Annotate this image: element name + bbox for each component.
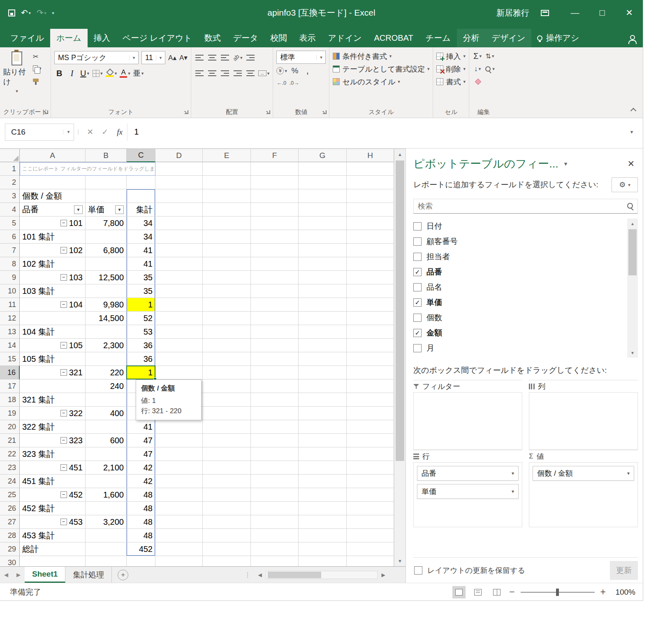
align-bottom-button[interactable]: [220, 52, 230, 63]
cell-C21[interactable]: 47: [127, 434, 155, 447]
cell-C29[interactable]: 452: [127, 542, 155, 556]
align-center-button[interactable]: [207, 67, 217, 79]
cell-D1[interactable]: [155, 162, 203, 176]
cell-B12[interactable]: 14,500: [86, 312, 127, 325]
clear-button[interactable]: [473, 76, 482, 88]
align-middle-button[interactable]: [207, 52, 217, 63]
wrap-text-button[interactable]: [246, 52, 255, 63]
field-checkbox[interactable]: [413, 314, 422, 322]
fill-color-button[interactable]: ▾: [106, 67, 117, 79]
cell-A16[interactable]: −321: [20, 366, 86, 379]
collapse-outline-icon[interactable]: −: [60, 220, 67, 226]
cell-D25[interactable]: [155, 488, 203, 502]
filter-dropdown-icon[interactable]: ▼: [74, 205, 83, 214]
name-box[interactable]: C16 ▾: [5, 123, 74, 141]
collapse-ribbon-button[interactable]: [630, 108, 636, 114]
cell-F11[interactable]: [251, 298, 299, 312]
minimize-button[interactable]: —: [561, 0, 589, 26]
cell-A26[interactable]: 452 集計: [20, 502, 86, 515]
cell-B29[interactable]: [86, 542, 127, 556]
cell-H9[interactable]: [347, 271, 394, 284]
cell-H20[interactable]: [347, 420, 394, 434]
cell-B18[interactable]: [86, 393, 127, 407]
cell-B8[interactable]: [86, 257, 127, 271]
page-layout-view-button[interactable]: [471, 586, 484, 598]
percent-style-button[interactable]: %: [290, 65, 300, 77]
cell-C6[interactable]: 34: [127, 230, 155, 244]
cell-E10[interactable]: [203, 284, 251, 298]
cell-H6[interactable]: [347, 230, 394, 244]
ribbon-tab-分析[interactable]: 分析: [457, 29, 486, 47]
cell-E27[interactable]: [203, 515, 251, 529]
cell-E29[interactable]: [203, 542, 251, 556]
cell-B27[interactable]: 3,200: [86, 515, 127, 529]
cell-E30[interactable]: [203, 556, 251, 566]
zoom-out-button[interactable]: −: [509, 586, 514, 598]
decrease-decimal-button[interactable]: .0→: [289, 77, 299, 88]
cell-H22[interactable]: [347, 447, 394, 461]
insert-function-button[interactable]: fx: [112, 123, 127, 141]
cell-F19[interactable]: [251, 407, 299, 420]
field-item-金額[interactable]: ✓金額: [413, 325, 625, 340]
cell-A2[interactable]: [20, 176, 86, 189]
cell-A15[interactable]: 105 集計: [20, 352, 86, 366]
cell-C22[interactable]: 47: [127, 447, 155, 461]
column-header-G[interactable]: G: [299, 149, 347, 162]
cell-H8[interactable]: [347, 257, 394, 271]
cell-E16[interactable]: [203, 366, 251, 379]
cell-G29[interactable]: [299, 542, 347, 556]
row-header-7[interactable]: 7: [0, 244, 20, 257]
cell-E9[interactable]: [203, 271, 251, 284]
field-checkbox[interactable]: ✓: [413, 268, 422, 276]
cell-C15[interactable]: 36: [127, 352, 155, 366]
zoom-slider[interactable]: [521, 592, 595, 593]
collapse-outline-icon[interactable]: −: [60, 519, 67, 525]
cell-G22[interactable]: [299, 447, 347, 461]
align-top-button[interactable]: [195, 52, 204, 63]
cell-G1[interactable]: [299, 162, 347, 176]
format-painter-button[interactable]: [33, 75, 42, 85]
cell-F4[interactable]: [251, 203, 299, 216]
row-header-8[interactable]: 8: [0, 257, 20, 271]
redo-button[interactable]: ↷▾: [37, 8, 46, 18]
cell-F30[interactable]: [251, 556, 299, 566]
cut-button[interactable]: ✂: [33, 51, 42, 61]
ribbon-tab-挿入[interactable]: 挿入: [88, 29, 116, 47]
cell-D26[interactable]: [155, 502, 203, 515]
scroll-right-icon[interactable]: ▶: [378, 572, 388, 578]
cell-G23[interactable]: [299, 461, 347, 475]
chevron-down-icon[interactable]: ▾: [512, 470, 514, 476]
cell-H18[interactable]: [347, 393, 394, 407]
cell-F25[interactable]: [251, 488, 299, 502]
italic-button[interactable]: I: [67, 67, 77, 79]
ribbon-tab-ACROBAT[interactable]: ACROBAT: [368, 29, 419, 47]
column-header-F[interactable]: F: [251, 149, 299, 162]
cell-F6[interactable]: [251, 230, 299, 244]
cell-F1[interactable]: [251, 162, 299, 176]
row-header-17[interactable]: 17: [0, 379, 20, 393]
cell-G12[interactable]: [299, 312, 347, 325]
cell-D8[interactable]: [155, 257, 203, 271]
collapse-outline-icon[interactable]: −: [60, 410, 67, 417]
cell-B5[interactable]: 7,800: [86, 216, 127, 230]
fill-button[interactable]: ↓▾: [473, 63, 482, 75]
cell-F12[interactable]: [251, 312, 299, 325]
number-format-combo[interactable]: 標準 ▾: [276, 51, 326, 64]
update-button[interactable]: 更新: [610, 561, 638, 580]
cell-C20[interactable]: 41: [127, 420, 155, 434]
tell-me-tab[interactable]: 操作アシ: [531, 29, 585, 47]
row-header-28[interactable]: 28: [0, 529, 20, 542]
cell-C8[interactable]: 41: [127, 257, 155, 271]
cell-D27[interactable]: [155, 515, 203, 529]
borders-button[interactable]: ▾: [93, 67, 103, 79]
cell-B28[interactable]: [86, 529, 127, 542]
cell-G18[interactable]: [299, 393, 347, 407]
zoom-slider-thumb[interactable]: [556, 589, 559, 596]
cell-C11[interactable]: 1: [127, 298, 155, 312]
field-item-品名[interactable]: 品名: [413, 279, 625, 295]
cell-H28[interactable]: [347, 529, 394, 542]
field-checkbox[interactable]: [413, 283, 422, 291]
cell-G13[interactable]: [299, 325, 347, 339]
cell-E12[interactable]: [203, 312, 251, 325]
collapse-outline-icon[interactable]: −: [60, 491, 67, 498]
